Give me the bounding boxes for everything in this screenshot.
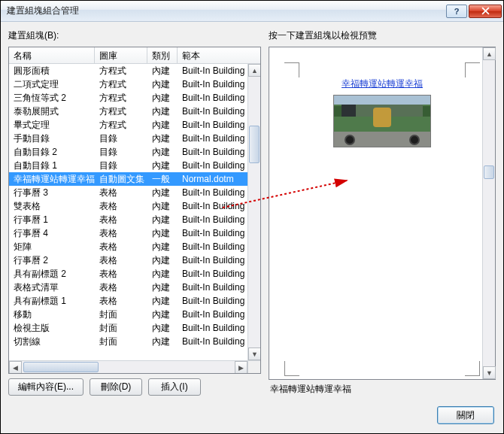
cell: 手動目錄 <box>9 132 95 145</box>
table-row[interactable]: 圓形面積方程式內建Built-In Building <box>9 64 247 77</box>
cell: 內建 <box>147 268 178 281</box>
cell: 內建 <box>147 132 178 145</box>
scroll-down-icon[interactable]: ▼ <box>483 366 496 379</box>
cell: 一般 <box>147 173 178 186</box>
cell: 內建 <box>147 78 178 91</box>
table-row[interactable]: 矩陣表格內建Built-In Building <box>9 240 247 253</box>
cell: 表格 <box>95 268 147 281</box>
rows-container: 圓形面積方程式內建Built-In Building二項式定理方程式內建Buil… <box>9 64 247 360</box>
scroll-corner <box>247 360 260 373</box>
cell: 畢式定理 <box>9 119 95 132</box>
cell: 內建 <box>147 65 178 77</box>
footer: 關閉 <box>1 400 503 433</box>
table-row[interactable]: 雙表格表格內建Built-In Building <box>9 199 247 213</box>
scroll-right-icon[interactable]: ▶ <box>235 361 247 373</box>
cell: 表格 <box>95 187 147 199</box>
table-row[interactable]: 行事曆 3表格內建Built-In Building <box>9 186 247 199</box>
cell: Built-In Building <box>178 79 247 90</box>
list-body: 圓形面積方程式內建Built-In Building二項式定理方程式內建Buil… <box>9 64 260 373</box>
insert-button[interactable]: 插入(I) <box>148 378 201 396</box>
cell: Built-In Building <box>178 147 247 157</box>
table-row[interactable]: 手動目錄目錄內建Built-In Building <box>9 132 247 145</box>
table-row[interactable]: 檢視主版封面內建Built-In Building <box>9 321 247 335</box>
cell: Built-In Building <box>178 187 247 198</box>
cell: 內建 <box>147 241 178 253</box>
cell: Built-In Building <box>178 269 247 279</box>
col-template[interactable]: 範本 <box>178 47 260 63</box>
col-category[interactable]: 類別 <box>147 47 178 63</box>
dialog-close-button[interactable]: 關閉 <box>437 406 494 424</box>
cell: Built-In Building <box>178 228 247 238</box>
cell: 方程式 <box>95 92 147 105</box>
horizontal-scrollbar[interactable]: ◀ ▶ <box>9 360 247 373</box>
v-thumb[interactable] <box>249 126 260 163</box>
cell: 二項式定理 <box>9 78 95 91</box>
table-row[interactable]: 切割線封面內建Built-In Building <box>9 335 247 348</box>
left-pane: 建置組塊(B): 名稱 圖庫 類別 範本 圓形面積方程式內建Built-In B… <box>8 29 261 396</box>
cell: 內建 <box>147 335 178 348</box>
preview-caption: 幸福轉運站轉運幸福 <box>342 77 423 90</box>
table-row[interactable]: 幸福轉運站轉運幸福自動圖文集一般Normal.dotm <box>9 172 247 186</box>
table-row[interactable]: 三角恆等式 2方程式內建Built-In Building <box>9 91 247 105</box>
window-buttons: ? <box>445 5 502 18</box>
vertical-scrollbar[interactable]: ▲ ▼ <box>247 64 260 360</box>
table-row[interactable]: 行事曆 1表格內建Built-In Building <box>9 213 247 226</box>
h-thumb[interactable] <box>23 362 99 372</box>
cell: Built-In Building <box>178 214 247 225</box>
cell: 行事曆 3 <box>9 187 95 199</box>
cell: 自動目錄 1 <box>9 159 95 172</box>
dialog-window: 建置組塊組合管理 ? 建置組塊(B): 名稱 圖庫 類別 <box>0 0 504 434</box>
v-track[interactable] <box>248 77 260 348</box>
v-thumb[interactable] <box>484 165 494 179</box>
col-gallery[interactable]: 圖庫 <box>95 47 147 63</box>
v-track[interactable] <box>483 60 495 366</box>
cell: 目錄 <box>95 146 147 159</box>
table-row[interactable]: 自動目錄 1目錄內建Built-In Building <box>9 159 247 172</box>
cell: Built-In Building <box>178 93 247 103</box>
preview-vertical-scrollbar[interactable]: ▲ ▼ <box>482 47 495 379</box>
cell: 內建 <box>147 227 178 240</box>
cell: Built-In Building <box>178 323 247 333</box>
table-row[interactable]: 移動封面內建Built-In Building <box>9 308 247 321</box>
cell: 封面 <box>95 335 147 348</box>
table-row[interactable]: 行事曆 2表格內建Built-In Building <box>9 253 247 267</box>
cell: Built-In Building <box>178 133 247 144</box>
cell: 內建 <box>147 200 178 213</box>
cell: 表格 <box>95 281 147 294</box>
cell: Built-In Building <box>178 255 247 266</box>
cell: 表格 <box>95 214 147 226</box>
window-title: 建置組塊組合管理 <box>7 5 445 17</box>
close-window-button[interactable] <box>469 5 502 18</box>
cell: 矩陣 <box>9 241 95 253</box>
h-track[interactable] <box>22 361 235 373</box>
delete-button[interactable]: 刪除(D) <box>90 378 142 396</box>
cell: 表格 <box>95 295 147 308</box>
table-row[interactable]: 自動目錄 2目錄內建Built-In Building <box>9 145 247 159</box>
cell: 表格 <box>95 200 147 213</box>
cell: 內建 <box>147 295 178 308</box>
table-row[interactable]: 表格式清單表格內建Built-In Building <box>9 281 247 294</box>
table-row[interactable]: 行事曆 4表格內建Built-In Building <box>9 226 247 240</box>
cell: 封面 <box>95 322 147 335</box>
cell: 具有副標題 2 <box>9 268 95 281</box>
scroll-up-icon[interactable]: ▲ <box>483 47 496 60</box>
scroll-up-icon[interactable]: ▲ <box>248 64 260 77</box>
cell: 內建 <box>147 308 178 321</box>
table-row[interactable]: 具有副標題 1表格內建Built-In Building <box>9 294 247 308</box>
right-pane: 按一下建置組塊以檢視預覽 幸福轉運站轉運幸福 <box>269 29 496 396</box>
scroll-left-icon[interactable]: ◀ <box>9 361 22 373</box>
table-row[interactable]: 二項式定理方程式內建Built-In Building <box>9 77 247 91</box>
cell: 自動目錄 2 <box>9 146 95 159</box>
cell: 行事曆 4 <box>9 227 95 240</box>
building-blocks-list[interactable]: 名稱 圖庫 類別 範本 圓形面積方程式內建Built-In Building二項… <box>8 47 261 374</box>
cell: 內建 <box>147 281 178 294</box>
table-row[interactable]: 泰勒展開式方程式內建Built-In Building <box>9 105 247 118</box>
table-row[interactable]: 具有副標題 2表格內建Built-In Building <box>9 267 247 281</box>
cell: 表格 <box>95 227 147 240</box>
scroll-down-icon[interactable]: ▼ <box>248 348 260 360</box>
cell: 具有副標題 1 <box>9 295 95 308</box>
col-name[interactable]: 名稱 <box>9 47 95 63</box>
edit-button[interactable]: 編輯內容(E)... <box>8 378 83 396</box>
help-button[interactable]: ? <box>446 5 467 18</box>
table-row[interactable]: 畢式定理方程式內建Built-In Building <box>9 118 247 132</box>
